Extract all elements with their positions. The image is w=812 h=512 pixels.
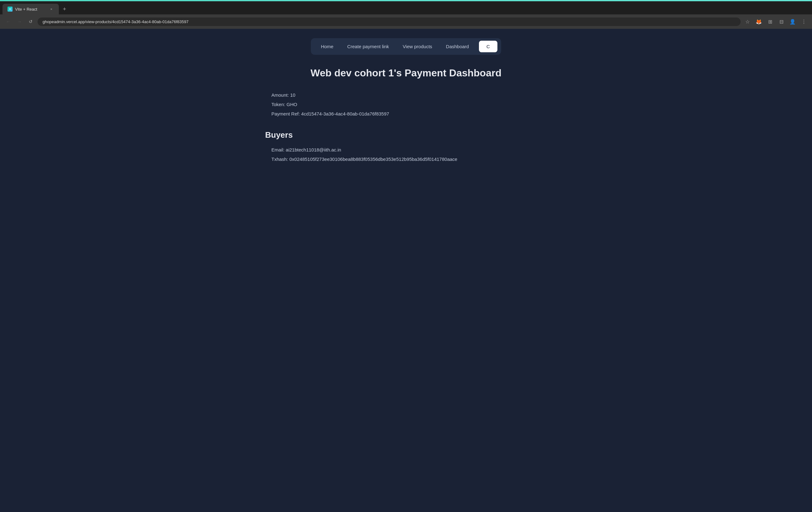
nav-bar: Home Create payment link View products D…	[311, 38, 501, 55]
url-text: ghopeadmin.vercel.app/view-products/4cd1…	[42, 20, 735, 24]
page-content: Home Create payment link View products D…	[0, 29, 812, 171]
buyers-section: Buyers Email: ai21btech11018@iith.ac.in …	[265, 130, 547, 163]
nav-item-view-products[interactable]: View products	[397, 41, 439, 52]
fox-extension-icon[interactable]: 🦊	[754, 17, 763, 26]
forward-button[interactable]: →	[15, 17, 24, 26]
active-tab[interactable]: V Vite + React ×	[2, 4, 59, 14]
amount-info: Amount: 10	[271, 91, 547, 99]
buyers-title: Buyers	[265, 130, 547, 140]
back-button[interactable]: ←	[4, 17, 12, 26]
page-title: Web dev cohort 1's Payment Dashboard	[265, 67, 547, 79]
bookmark-icon[interactable]: ☆	[743, 17, 752, 26]
connect-wallet-button[interactable]: C	[479, 41, 497, 52]
nav-item-create-payment-link[interactable]: Create payment link	[341, 41, 395, 52]
address-bar[interactable]: ghopeadmin.vercel.app/view-products/4cd1…	[37, 18, 741, 26]
sidebar-icon[interactable]: ⊟	[777, 17, 786, 26]
tab-close-button[interactable]: ×	[49, 6, 54, 11]
payment-info-section: Amount: 10 Token: GHO Payment Ref: 4cd15…	[265, 91, 547, 118]
reload-button[interactable]: ↺	[26, 17, 35, 26]
browser-chrome: V Vite + React × + ← → ↺ ghopeadmin.verc…	[0, 1, 812, 29]
buyer-email: Email: ai21btech11018@iith.ac.in	[271, 146, 547, 154]
tab-favicon: V	[7, 6, 12, 11]
browser-toolbar: ← → ↺ ghopeadmin.vercel.app/view-product…	[0, 14, 812, 29]
nav-container: Home Create payment link View products D…	[6, 38, 806, 55]
tab-title: Vite + React	[15, 7, 46, 11]
menu-icon[interactable]: ⋮	[800, 17, 808, 26]
toolbar-actions: ☆ 🦊 ⊞ ⊟ 👤 ⋮	[743, 17, 808, 26]
token-info: Token: GHO	[271, 101, 547, 108]
nav-item-home[interactable]: Home	[315, 41, 340, 52]
payment-ref-info: Payment Ref: 4cd15474-3a36-4ac4-80ab-01d…	[271, 110, 547, 118]
new-tab-button[interactable]: +	[60, 5, 69, 13]
tab-bar: V Vite + React × +	[0, 1, 812, 14]
nav-item-dashboard[interactable]: Dashboard	[440, 41, 475, 52]
buyer-item: Email: ai21btech11018@iith.ac.in Txhash:…	[265, 146, 547, 163]
main-content: Web dev cohort 1's Payment Dashboard Amo…	[265, 67, 547, 163]
buyer-txhash: Txhash: 0x02485105f273ee30106bea8b883f05…	[271, 155, 547, 163]
profile-icon[interactable]: 👤	[788, 17, 797, 26]
puzzle-icon[interactable]: ⊞	[766, 17, 775, 26]
